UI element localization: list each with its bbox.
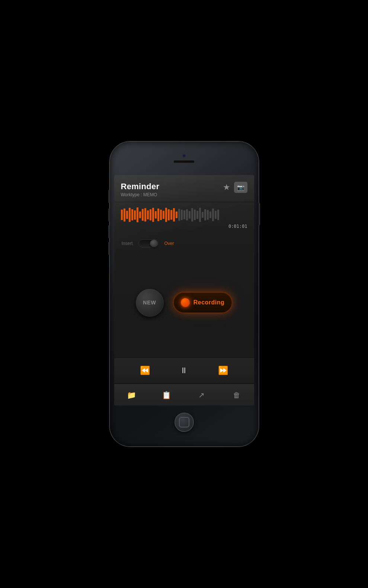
waveform-bar bbox=[121, 210, 123, 220]
waveform-bar bbox=[212, 209, 214, 221]
trash-tab[interactable]: 🗑 bbox=[227, 388, 246, 402]
waveform-section: 0:01:01 bbox=[114, 202, 254, 232]
waveform-bar bbox=[126, 211, 128, 219]
insert-mode-label: Insert bbox=[122, 241, 133, 246]
waveform-bar bbox=[134, 210, 136, 220]
share-tab[interactable]: ↗ bbox=[192, 388, 211, 402]
folder-tab-icon: 📁 bbox=[127, 391, 136, 400]
folder-tab[interactable]: 📁 bbox=[122, 388, 141, 402]
home-button-inner bbox=[179, 417, 189, 427]
share-tab-icon: ↗ bbox=[198, 391, 205, 400]
waveform-bar bbox=[131, 209, 133, 220]
waveform-bar bbox=[202, 212, 204, 218]
waveform-bar bbox=[155, 211, 157, 219]
record-button[interactable]: Recording bbox=[173, 292, 233, 313]
waveform-bar bbox=[142, 209, 144, 221]
waveform-bar bbox=[139, 211, 141, 218]
camera-button[interactable]: 📷 bbox=[234, 182, 247, 193]
waveform-bar bbox=[173, 208, 175, 222]
mode-toggle[interactable] bbox=[138, 239, 159, 248]
phone-bottom bbox=[110, 406, 259, 439]
phone-frame: Reminder Worktype : MEMO ★ 📷 0:01:01 bbox=[110, 142, 259, 446]
phone-screen: Reminder Worktype : MEMO ★ 📷 0:01:01 bbox=[114, 175, 254, 406]
waveform-bar bbox=[194, 210, 196, 220]
waveform-bar bbox=[199, 208, 201, 222]
recording-title: Reminder bbox=[121, 182, 223, 191]
main-content: Insert Over NEW Recording bbox=[114, 232, 254, 406]
header-actions: ★ 📷 bbox=[223, 182, 247, 193]
waveform-bar bbox=[147, 210, 149, 219]
waveform-bar bbox=[152, 208, 154, 222]
waveform-bar bbox=[137, 207, 138, 222]
timer-display: 0:01:01 bbox=[228, 224, 247, 229]
waveform-bar bbox=[196, 211, 198, 219]
waveform-bar bbox=[217, 210, 219, 220]
app-content: Reminder Worktype : MEMO ★ 📷 0:01:01 bbox=[114, 175, 254, 406]
new-button[interactable]: NEW bbox=[136, 289, 164, 317]
record-dot bbox=[181, 298, 190, 307]
waveform-bar bbox=[165, 208, 167, 222]
pause-icon: ⏸ bbox=[180, 366, 188, 375]
over-mode-label: Over bbox=[164, 241, 174, 246]
recording-subtitle: Worktype : MEMO bbox=[121, 192, 223, 197]
waveform-bar bbox=[178, 209, 180, 221]
trash-tab-icon: 🗑 bbox=[233, 391, 240, 400]
waveform-bar bbox=[186, 209, 188, 220]
waveform-bar bbox=[168, 209, 170, 220]
front-camera bbox=[182, 154, 186, 158]
waveform-bar bbox=[129, 208, 131, 222]
waveform-bar bbox=[215, 211, 217, 219]
main-buttons-row: NEW Recording bbox=[122, 289, 247, 317]
rewind-icon: ⏪ bbox=[140, 366, 150, 375]
waveform-container bbox=[121, 207, 247, 222]
rewind-button[interactable]: ⏪ bbox=[137, 363, 152, 378]
record-label: Recording bbox=[193, 299, 225, 306]
waveform-bar bbox=[157, 209, 159, 221]
waveform-bar bbox=[124, 209, 125, 222]
transport-section: ⏪ ⏸ ⏩ bbox=[114, 358, 254, 384]
header-section: Reminder Worktype : MEMO ★ 📷 bbox=[114, 175, 254, 202]
speaker-grille bbox=[174, 161, 194, 163]
new-label: NEW bbox=[143, 300, 156, 306]
waveform-bar bbox=[209, 211, 211, 218]
mode-toggle-knob bbox=[150, 240, 158, 247]
forward-button[interactable]: ⏩ bbox=[216, 363, 231, 378]
waveform-bar bbox=[150, 209, 151, 220]
title-group: Reminder Worktype : MEMO bbox=[121, 182, 223, 197]
waveform-bar bbox=[170, 210, 172, 220]
waveform-bar bbox=[163, 211, 164, 219]
mode-section: Insert Over bbox=[114, 232, 254, 251]
list-tab[interactable]: 📋 bbox=[157, 388, 176, 402]
waveform-bar bbox=[160, 210, 162, 220]
waveform-bar bbox=[189, 211, 191, 219]
forward-icon: ⏩ bbox=[218, 366, 228, 375]
pause-button[interactable]: ⏸ bbox=[176, 363, 191, 378]
waveform-bar bbox=[183, 210, 185, 219]
list-tab-icon: 📋 bbox=[162, 391, 171, 400]
waveform-bar bbox=[181, 210, 183, 220]
waveform-bar bbox=[176, 211, 177, 218]
home-button[interactable] bbox=[175, 413, 194, 432]
star-button[interactable]: ★ bbox=[223, 182, 230, 192]
tab-bar: 📁📋↗🗑 bbox=[114, 384, 254, 406]
waveform-bar bbox=[191, 208, 193, 222]
waveform-bar bbox=[144, 208, 146, 222]
phone-top bbox=[110, 142, 259, 175]
controls-section: NEW Recording bbox=[114, 251, 254, 358]
timer-row: 0:01:01 bbox=[121, 224, 247, 229]
waveform-bar bbox=[204, 209, 206, 220]
camera-icon: 📷 bbox=[237, 184, 244, 191]
waveform-bar bbox=[207, 210, 209, 220]
